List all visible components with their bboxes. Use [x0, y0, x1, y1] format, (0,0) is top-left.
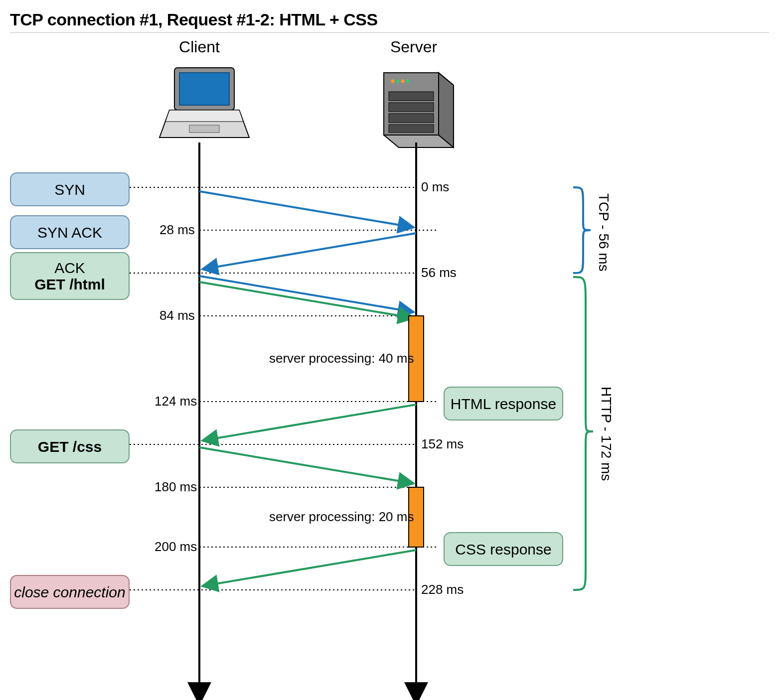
- msg-css-response-label: CSS response: [455, 541, 551, 558]
- msg-html-response-label: HTML response: [451, 396, 556, 412]
- msg-css-response: CSS response: [444, 532, 563, 566]
- svg-rect-6: [389, 125, 434, 133]
- msg-get-css: GET /css: [10, 429, 130, 463]
- svg-rect-4: [389, 103, 434, 112]
- msg-close: close connection: [10, 575, 130, 609]
- msg-ack-line2: GET /html: [34, 276, 105, 292]
- svg-line-23: [203, 233, 416, 269]
- time-56ms: 56 ms: [421, 265, 457, 280]
- title-rule: [10, 32, 769, 33]
- svg-rect-1: [179, 73, 229, 105]
- svg-line-28: [203, 550, 416, 586]
- time-124ms: 124 ms: [155, 394, 194, 409]
- server-processing-1: server processing: 40 ms: [269, 351, 404, 366]
- msg-syn: SYN: [10, 172, 130, 206]
- svg-line-27: [199, 447, 413, 483]
- phase-tcp: TCP - 56 ms: [596, 192, 612, 272]
- svg-line-24: [199, 276, 413, 312]
- svg-point-10: [406, 80, 410, 83]
- svg-rect-5: [389, 114, 434, 123]
- msg-get-css-label: GET /css: [38, 438, 102, 455]
- time-200ms: 200 ms: [155, 539, 194, 555]
- svg-rect-3: [389, 92, 434, 101]
- svg-point-9: [401, 80, 405, 83]
- time-28ms: 28 ms: [159, 222, 194, 238]
- msg-html-response: HTML response: [444, 387, 563, 420]
- phase-http: HTTP - 172 ms: [598, 382, 614, 486]
- time-84ms: 84 ms: [159, 308, 194, 323]
- time-152ms: 152 ms: [421, 436, 464, 452]
- msg-synack-label: SYN ACK: [37, 224, 102, 241]
- server-processing-2: server processing: 20 ms: [269, 509, 404, 525]
- time-228ms: 228 ms: [421, 582, 464, 597]
- svg-line-25: [199, 282, 413, 318]
- time-0ms: 0 ms: [421, 179, 449, 195]
- svg-line-22: [199, 191, 413, 227]
- svg-point-8: [396, 80, 400, 83]
- msg-close-label: close connection: [14, 584, 125, 600]
- diagram-title: TCP connection #1, Request #1-2: HTML + …: [10, 10, 769, 29]
- svg-line-26: [203, 405, 416, 440]
- svg-rect-2: [189, 125, 219, 133]
- msg-syn-label: SYN: [54, 181, 85, 198]
- msg-synack: SYN ACK: [10, 215, 130, 249]
- sequence-diagram: Client Server: [10, 38, 758, 700]
- time-180ms: 180 ms: [155, 479, 194, 495]
- msg-ack-line1: ACK: [54, 260, 85, 276]
- svg-point-7: [391, 80, 395, 83]
- msg-ack-get: ACK GET /html: [10, 252, 130, 300]
